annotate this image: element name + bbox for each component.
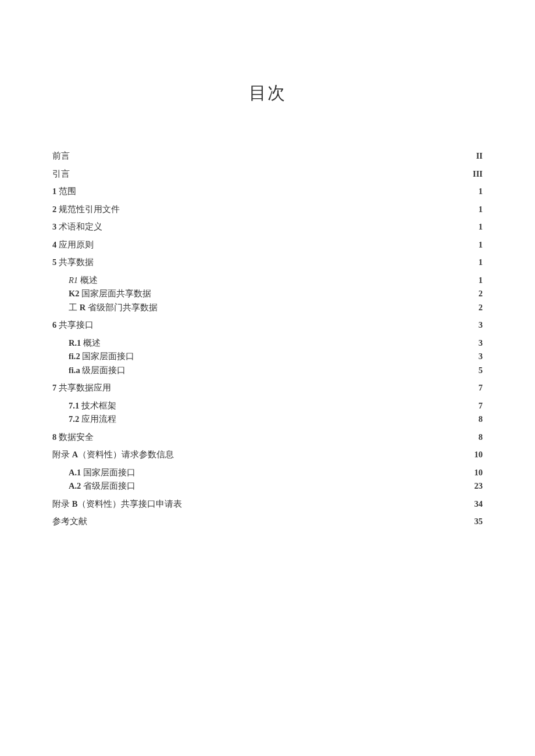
toc-entry: 7.1 技术框架7 (52, 402, 483, 410)
toc-entry: 工 R 省级部门共享数据2 (52, 303, 483, 312)
toc-entry-label: K2 国家层面共享数据 (69, 289, 151, 298)
toc-entry: 附录 A（资料性）请求参数信息10 (52, 450, 483, 459)
document-page: 目次 前言II引言III1 范围12 规范性引用文件13 术语和定义14 应用原… (0, 0, 535, 526)
toc-entry-label: R1 概述 (69, 276, 98, 285)
toc-entry-label: 5 共享数据 (52, 258, 94, 267)
toc-page-number: 10 (475, 468, 483, 477)
toc-page-number: 8 (479, 433, 483, 442)
toc-page-number: 1 (479, 241, 483, 249)
toc-page-number: 8 (479, 415, 483, 424)
toc-title: 目次 (52, 81, 483, 105)
toc-entry-label: 前言 (52, 152, 70, 160)
toc-entry-label: 8 数据安全 (52, 433, 94, 442)
toc-page-number: 1 (479, 187, 483, 196)
toc-entry: R1 概述1 (52, 276, 483, 285)
toc-page-number: III (473, 170, 483, 178)
toc-spacer (52, 379, 483, 384)
toc-page-number: 2 (479, 303, 483, 312)
toc-page-number: II (476, 152, 483, 160)
toc-entry-label: 参考文献 (52, 517, 87, 526)
toc-entry: 前言II (52, 152, 483, 160)
toc-entry-label: 引言 (52, 170, 70, 178)
toc-page-number: 3 (479, 339, 483, 347)
toc-entry: A.2 省级层面接口23 (52, 482, 483, 490)
toc-page-number: 3 (479, 352, 483, 361)
toc-entry-label: 附录 B（资料性）共享接口申请表 (52, 500, 182, 508)
toc-entry: 参考文献35 (52, 517, 483, 526)
toc-entry: 引言III (52, 170, 483, 178)
toc-entry: 3 术语和定义1 (52, 223, 483, 231)
toc-page-number: 1 (479, 258, 483, 267)
toc-page-number: 5 (479, 366, 483, 375)
toc-entry-label: 3 术语和定义 (52, 223, 102, 231)
toc-entry-label: fi.a 级层面接口 (69, 366, 126, 375)
toc-entry: fi.a 级层面接口5 (52, 366, 483, 375)
toc-entry: K2 国家层面共享数据2 (52, 289, 483, 298)
toc-page-number: 34 (475, 500, 483, 508)
toc-page-number: 1 (479, 276, 483, 285)
toc-page-number: 1 (479, 205, 483, 214)
toc-entry: 2 规范性引用文件1 (52, 205, 483, 214)
toc-page-number: 1 (479, 223, 483, 231)
toc-entry: A.1 国家层面接口10 (52, 468, 483, 477)
toc-entry-label: 7.2 应用流程 (69, 415, 116, 424)
toc-entry-label: 工 R 省级部门共享数据 (69, 303, 158, 312)
toc-entry: 6 共享接口3 (52, 321, 483, 329)
toc-entry-label: 4 应用原则 (52, 241, 94, 249)
toc-page-number: 7 (479, 384, 483, 392)
toc-entry-label: 7.1 技术框架 (69, 402, 116, 410)
toc-entry: 8 数据安全8 (52, 433, 483, 442)
toc-entry: fi.2 国家层面接口3 (52, 352, 483, 361)
toc-page-number: 7 (479, 402, 483, 410)
toc-entry-label: R.1 概述 (69, 339, 101, 347)
toc-entry: 4 应用原则1 (52, 241, 483, 249)
toc-entry: 7 共享数据应用7 (52, 384, 483, 392)
toc-entry: 1 范围1 (52, 187, 483, 196)
toc-entry-label: A.2 省级层面接口 (69, 482, 135, 490)
toc-page-number: 35 (475, 517, 483, 526)
toc-entry-label: 1 范围 (52, 187, 76, 196)
toc-page-number: 23 (475, 482, 483, 490)
toc-spacer (52, 429, 483, 433)
toc-entry: 附录 B（资料性）共享接口申请表34 (52, 500, 483, 508)
toc-entry-label: fi.2 国家层面接口 (69, 352, 134, 361)
toc-entry-label: 附录 A（资料性）请求参数信息 (52, 450, 174, 459)
toc-entry-label: 6 共享接口 (52, 321, 94, 329)
toc-page-number: 10 (475, 450, 483, 459)
toc-entry-label: A.1 国家层面接口 (69, 468, 135, 477)
toc-entry: R.1 概述3 (52, 339, 483, 347)
toc-spacer (52, 317, 483, 321)
table-of-contents: 前言II引言III1 范围12 规范性引用文件13 术语和定义14 应用原则15… (52, 152, 483, 526)
toc-page-number: 2 (479, 289, 483, 298)
toc-entry-label: 7 共享数据应用 (52, 384, 111, 392)
toc-entry: 7.2 应用流程8 (52, 415, 483, 424)
toc-page-number: 3 (479, 321, 483, 329)
toc-entry: 5 共享数据1 (52, 258, 483, 267)
toc-entry-label: 2 规范性引用文件 (52, 205, 120, 214)
